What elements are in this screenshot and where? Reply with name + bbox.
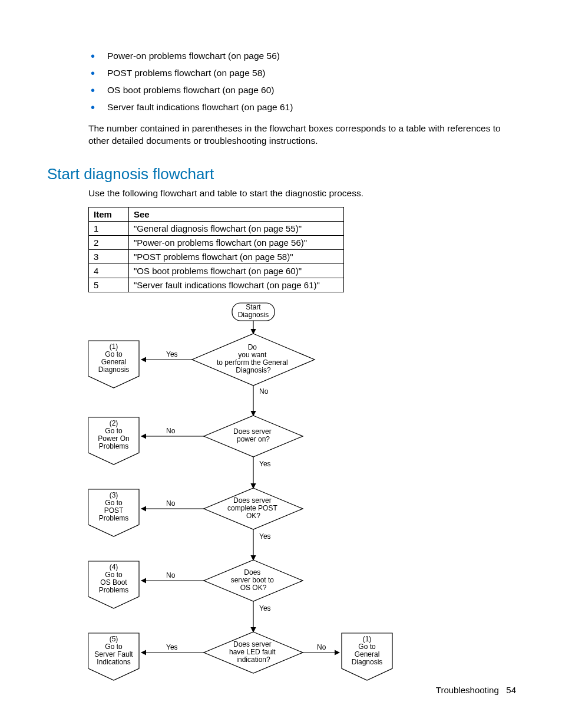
svg-text:No: No [166, 499, 176, 508]
list-item: POST problems flowchart (on page 58) [107, 67, 516, 80]
svg-text:No: No [317, 643, 326, 651]
table-header-row: Item See [89, 207, 344, 221]
svg-text:No: No [259, 387, 269, 396]
cell-see: "OS boot problems flowchart (on page 60)… [129, 263, 344, 278]
page-footer: Troubleshooting 54 [436, 685, 516, 695]
col-item: Item [89, 207, 129, 221]
svg-text:No: No [166, 427, 176, 435]
cell-item: 5 [89, 278, 129, 292]
svg-text:Yes: Yes [259, 532, 271, 541]
cell-see: "POST problems flowchart (on page 58)" [129, 249, 344, 263]
intro-paragraph: Use the following flowchart and table to… [88, 187, 516, 200]
page-content: Power-on problems flowchart (on page 56)… [0, 0, 562, 725]
svg-text:Yes: Yes [259, 604, 271, 612]
list-item: OS boot problems flowchart (on page 60) [107, 84, 516, 97]
paragraph: The number contained in parentheses in t… [88, 122, 516, 147]
cell-item: 4 [89, 263, 129, 278]
list-item: Server fault indications flowchart (on p… [107, 101, 516, 114]
svg-text:Does server
        power on?: Does server power on? [233, 427, 273, 443]
reference-table: Item See 1 "General diagnosis flowchart … [88, 207, 344, 292]
footer-page: 54 [506, 685, 516, 695]
cell-item: 1 [89, 221, 129, 235]
col-see: See [129, 207, 344, 221]
svg-text:Yes: Yes [166, 350, 178, 358]
table-row: 5 "Server fault indications flowchart (o… [89, 278, 344, 292]
cell-item: 3 [89, 249, 129, 263]
list-item: Power-on problems flowchart (on page 56) [107, 50, 516, 62]
bullet-list: Power-on problems flowchart (on page 56)… [47, 50, 516, 114]
table-row: 2 "Power-on problems flowchart (on page … [89, 235, 344, 249]
table-row: 4 "OS boot problems flowchart (on page 6… [89, 263, 344, 278]
section-heading: Start diagnosis flowchart [47, 165, 516, 183]
table-row: 3 "POST problems flowchart (on page 58)" [89, 249, 344, 263]
cell-item: 2 [89, 235, 129, 249]
flowchart: StartDiagnosis Do you want to perform th… [88, 301, 395, 725]
table-row: 1 "General diagnosis flowchart (on page … [89, 221, 344, 235]
cell-see: "Server fault indications flowchart (on … [129, 278, 344, 292]
svg-text:Yes: Yes [166, 643, 178, 651]
cell-see: "General diagnosis flowchart (on page 55… [129, 221, 344, 235]
footer-section: Troubleshooting [436, 685, 499, 695]
svg-text:No: No [166, 571, 176, 579]
cell-see: "Power-on problems flowchart (on page 56… [129, 235, 344, 249]
svg-text:Yes: Yes [259, 460, 271, 468]
